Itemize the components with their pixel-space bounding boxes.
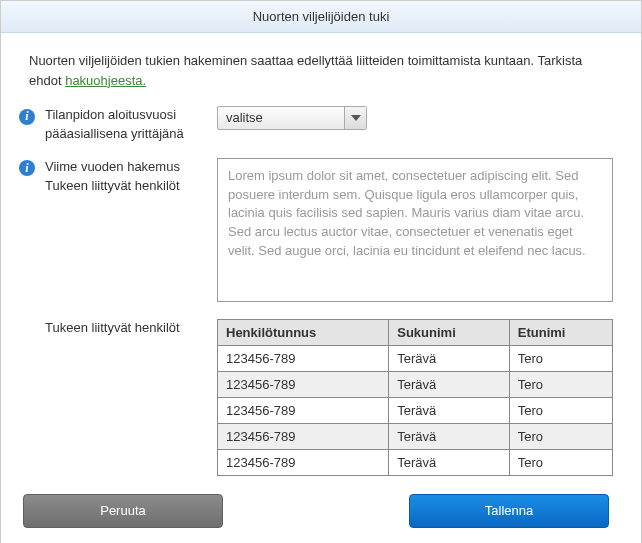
table-row: 123456-789 Terävä Tero bbox=[218, 423, 613, 449]
cell-last: Terävä bbox=[389, 397, 510, 423]
persons-table: Henkilötunnus Sukunimi Etunimi 123456-78… bbox=[217, 319, 613, 476]
textarea-label-line2: Tukeen liittyvät henkilöt bbox=[45, 178, 180, 193]
start-year-select[interactable]: valitse bbox=[217, 106, 367, 130]
persons-textarea[interactable] bbox=[217, 158, 613, 302]
cell-ssn: 123456-789 bbox=[218, 449, 389, 475]
save-button[interactable]: Tallenna bbox=[409, 494, 609, 528]
dialog-window: Nuorten viljelijöiden tuki Nuorten vilje… bbox=[0, 0, 642, 543]
cell-first: Tero bbox=[509, 397, 612, 423]
start-year-select-toggle[interactable] bbox=[344, 107, 366, 129]
start-year-label: Tilanpidon aloitusvuosi pääasiallisena y… bbox=[45, 106, 217, 144]
cell-last: Terävä bbox=[389, 423, 510, 449]
button-bar: Peruuta Tallenna bbox=[19, 494, 613, 532]
col-ssn: Henkilötunnus bbox=[218, 319, 389, 345]
persons-section-label: Tukeen liittyvät henkilöt bbox=[45, 319, 217, 338]
cell-ssn: 123456-789 bbox=[218, 423, 389, 449]
start-year-label-line2: pääasiallisena yrittäjänä bbox=[45, 126, 184, 141]
cell-ssn: 123456-789 bbox=[218, 371, 389, 397]
row-start-year: i Tilanpidon aloitusvuosi pääasiallisena… bbox=[19, 106, 613, 144]
cell-first: Tero bbox=[509, 345, 612, 371]
table-row: 123456-789 Terävä Tero bbox=[218, 449, 613, 475]
cell-last: Terävä bbox=[389, 345, 510, 371]
chevron-down-icon bbox=[351, 115, 361, 121]
table-row: 123456-789 Terävä Tero bbox=[218, 345, 613, 371]
cell-ssn: 123456-789 bbox=[218, 345, 389, 371]
table-row: 123456-789 Terävä Tero bbox=[218, 371, 613, 397]
cell-last: Terävä bbox=[389, 371, 510, 397]
dialog-title: Nuorten viljelijöiden tuki bbox=[1, 1, 641, 33]
cell-ssn: 123456-789 bbox=[218, 397, 389, 423]
start-year-label-line1: Tilanpidon aloitusvuosi bbox=[45, 107, 176, 122]
intro-text: Nuorten viljelijöiden tukien hakeminen s… bbox=[29, 51, 613, 90]
dialog-body: Nuorten viljelijöiden tukien hakeminen s… bbox=[1, 33, 641, 543]
textarea-label: Viime vuoden hakemus Tukeen liittyvät he… bbox=[45, 158, 217, 196]
row-textarea: i Viime vuoden hakemus Tukeen liittyvät … bbox=[19, 158, 613, 305]
cancel-button[interactable]: Peruuta bbox=[23, 494, 223, 528]
col-first: Etunimi bbox=[509, 319, 612, 345]
cell-first: Tero bbox=[509, 449, 612, 475]
cell-first: Tero bbox=[509, 371, 612, 397]
row-persons-table: Tukeen liittyvät henkilöt Henkilötunnus … bbox=[19, 319, 613, 476]
intro-link[interactable]: hakuohjeesta. bbox=[65, 73, 146, 88]
cell-last: Terävä bbox=[389, 449, 510, 475]
persons-header-row: Henkilötunnus Sukunimi Etunimi bbox=[218, 319, 613, 345]
info-icon[interactable]: i bbox=[19, 109, 35, 125]
table-row: 123456-789 Terävä Tero bbox=[218, 397, 613, 423]
start-year-select-value: valitse bbox=[218, 107, 344, 129]
col-last: Sukunimi bbox=[389, 319, 510, 345]
info-icon[interactable]: i bbox=[19, 160, 35, 176]
textarea-label-line1: Viime vuoden hakemus bbox=[45, 159, 180, 174]
cell-first: Tero bbox=[509, 423, 612, 449]
